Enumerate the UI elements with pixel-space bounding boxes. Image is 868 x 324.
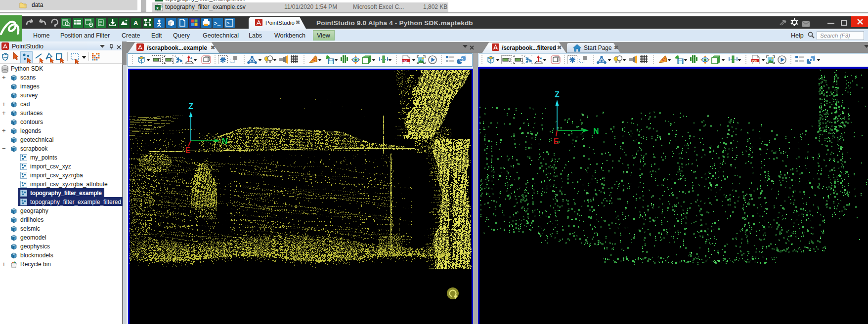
svg-text:PDF: PDF <box>403 59 409 62</box>
svg-text:x: x <box>156 5 159 10</box>
svg-text:>_: >_ <box>214 21 221 27</box>
svg-text:z: z <box>540 55 542 60</box>
svg-text:PDF: PDF <box>752 59 758 62</box>
svg-text:A: A <box>133 19 138 27</box>
svg-text:z: z <box>190 55 192 60</box>
svg-text:>_: >_ <box>227 21 232 26</box>
svg-text:a: a <box>161 4 163 8</box>
